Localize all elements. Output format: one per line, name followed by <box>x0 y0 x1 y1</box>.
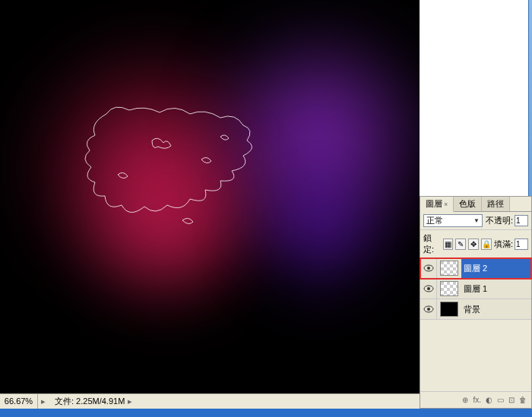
lock-paint-icon[interactable]: ✎ <box>455 239 466 250</box>
fill-label: 填滿: <box>494 239 513 250</box>
layer-thumbnail[interactable] <box>440 261 458 276</box>
document-canvas[interactable] <box>0 0 420 393</box>
svg-point-1 <box>427 267 430 270</box>
visibility-toggle[interactable] <box>420 299 437 319</box>
panel-footer: ⊕ fx. ◐ ▭ ⊡ 🗑 <box>420 391 531 408</box>
opacity-label: 不透明: <box>486 215 513 226</box>
status-bar: 66.67% ▸ 文件: 2.25M/4.91M ▸ <box>0 393 420 409</box>
lock-row: 鎖定: ▦ ✎ ✥ 🔒 填滿: 1 <box>420 230 531 258</box>
tab-channels[interactable]: 色版 <box>454 197 482 211</box>
tab-layers[interactable]: 圖層× <box>420 197 454 212</box>
trash-icon[interactable]: 🗑 <box>519 396 527 404</box>
taskbar-edge <box>0 409 532 417</box>
window-edge <box>528 0 532 196</box>
svg-point-5 <box>427 308 430 311</box>
link-layers-icon[interactable]: ⊕ <box>462 396 468 404</box>
layers-list: 圖層 2 圖層 1 背景 <box>420 258 531 320</box>
blend-row: 正常 ▼ 不透明: 1 <box>420 212 531 230</box>
layers-panel: 圖層× 色版 路徑 正常 ▼ 不透明: 1 鎖定: ▦ ✎ ✥ 🔒 填滿: 1 … <box>420 196 532 409</box>
new-layer-icon[interactable]: ⊡ <box>508 396 515 404</box>
file-size-info: 文件: 2.25M/4.91M <box>49 396 125 407</box>
lock-label: 鎖定: <box>423 232 441 255</box>
tab-paths[interactable]: 路徑 <box>482 197 510 211</box>
visibility-toggle[interactable] <box>420 279 437 299</box>
panel-tabs: 圖層× 色版 路徑 <box>420 197 531 212</box>
blend-mode-value: 正常 <box>426 215 443 226</box>
layer-row[interactable]: 圖層 1 <box>420 279 531 299</box>
blend-mode-select[interactable]: 正常 ▼ <box>423 214 483 227</box>
lock-all-icon[interactable]: 🔒 <box>481 239 492 250</box>
chevron-down-icon: ▼ <box>473 217 480 224</box>
fill-value[interactable]: 1 <box>515 239 528 250</box>
svg-point-3 <box>427 287 430 290</box>
layer-thumbnail[interactable] <box>440 302 458 317</box>
new-folder-icon[interactable]: ▭ <box>497 396 504 404</box>
layer-fx-icon[interactable]: fx. <box>473 396 481 404</box>
zoom-level[interactable]: 66.67% <box>0 394 38 409</box>
opacity-value[interactable]: 1 <box>515 215 528 226</box>
close-icon[interactable]: × <box>444 201 448 208</box>
lock-transparency-icon[interactable]: ▦ <box>443 239 454 250</box>
layer-name[interactable]: 圖層 2 <box>464 263 487 274</box>
layer-thumbnail[interactable] <box>440 281 458 296</box>
layer-row[interactable]: 背景 <box>420 299 531 320</box>
fill-control[interactable]: 填滿: 1 <box>494 239 528 250</box>
layer-name[interactable]: 背景 <box>464 304 480 315</box>
stars <box>0 0 420 393</box>
chevron-right-icon[interactable]: ▸ <box>125 396 135 406</box>
lock-move-icon[interactable]: ✥ <box>468 239 479 250</box>
visibility-toggle[interactable] <box>420 258 437 278</box>
chevron-right-icon[interactable]: ▸ <box>38 396 49 406</box>
opacity-control[interactable]: 不透明: 1 <box>486 215 528 226</box>
layer-mask-icon[interactable]: ◐ <box>486 396 492 404</box>
tab-layers-label: 圖層 <box>426 199 442 208</box>
layer-name[interactable]: 圖層 1 <box>464 283 487 295</box>
layer-row[interactable]: 圖層 2 <box>420 258 531 279</box>
